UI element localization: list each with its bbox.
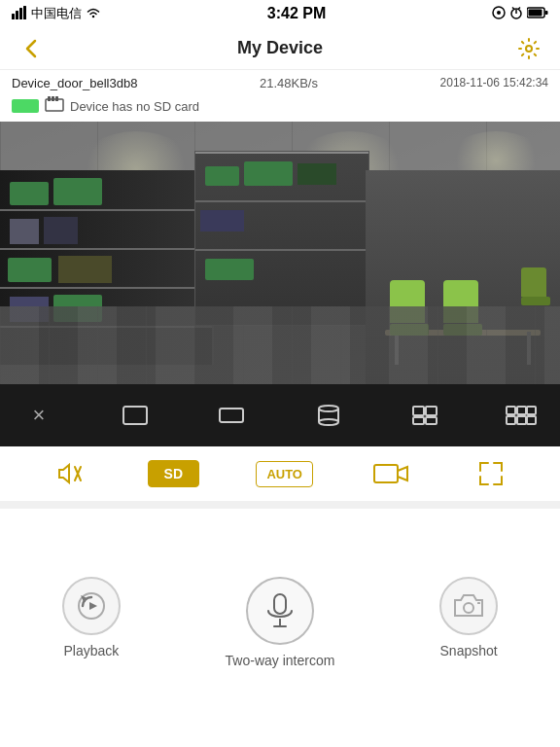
hd-button[interactable] — [369, 456, 412, 491]
product-3 — [10, 219, 39, 244]
shelf-top — [195, 152, 368, 154]
view-cylinder-button[interactable] — [309, 396, 348, 435]
close-icon: × — [33, 403, 46, 428]
svg-rect-15 — [48, 96, 51, 101]
center-product-5 — [205, 259, 254, 280]
svg-rect-17 — [55, 96, 58, 101]
svg-point-20 — [319, 406, 338, 411]
intercom-label: Two-way intercom — [226, 653, 335, 668]
product-4 — [44, 217, 78, 244]
sd-quality-button[interactable]: SD — [148, 460, 199, 487]
bottom-action-bar: Playback Two-way intercom Snapshot — [0, 557, 560, 678]
auto-quality-button[interactable]: AUTO — [256, 461, 313, 487]
close-button[interactable]: × — [19, 396, 58, 435]
svg-rect-1 — [16, 11, 18, 19]
svg-rect-31 — [507, 416, 515, 424]
section-divider — [0, 501, 560, 509]
device-info-row: Device_door_bell3db8 21.48KB/s 2018-11-0… — [0, 70, 560, 94]
playback-label: Playback — [63, 643, 119, 658]
settings-button[interactable] — [513, 33, 544, 64]
center-product-2 — [244, 161, 293, 186]
svg-marker-38 — [89, 602, 97, 610]
center-product-4 — [200, 210, 244, 231]
svg-rect-29 — [517, 407, 526, 414]
settings-status-icon — [492, 6, 506, 22]
svg-rect-33 — [527, 416, 536, 424]
svg-rect-43 — [477, 602, 480, 604]
quality-bar: SD AUTO — [0, 446, 560, 501]
svg-line-9 — [518, 7, 520, 9]
device-speed: 21.48KB/s — [260, 76, 318, 90]
svg-rect-36 — [374, 465, 398, 482]
svg-rect-28 — [507, 407, 515, 414]
camera-view — [0, 122, 560, 384]
signal-icon — [12, 6, 27, 22]
svg-rect-30 — [527, 407, 536, 414]
playback-icon-container — [62, 577, 121, 635]
svg-rect-16 — [52, 96, 54, 101]
status-bar-time: 3:42 PM — [267, 5, 326, 22]
device-timestamp: 2018-11-06 15:42:34 — [440, 76, 548, 89]
svg-rect-11 — [545, 11, 548, 15]
center-product-3 — [298, 163, 336, 185]
view-single-button[interactable] — [116, 396, 155, 435]
device-status-row: Device has no SD card — [0, 94, 560, 122]
status-bar-right — [492, 6, 548, 22]
svg-rect-19 — [220, 409, 243, 422]
snapshot-button[interactable]: Snapshot — [420, 577, 517, 658]
shelf-line-2 — [0, 248, 212, 250]
status-bar-left: 中国电信 — [12, 5, 101, 22]
status-bar: 中国电信 3:42 PM — [0, 0, 560, 27]
snapshot-label: Snapshot — [440, 643, 498, 658]
no-sd-text: Device has no SD card — [70, 99, 199, 114]
svg-point-13 — [526, 46, 532, 52]
intercom-icon-container — [246, 577, 314, 645]
camera-scene — [0, 122, 560, 384]
svg-point-21 — [319, 419, 338, 425]
svg-rect-18 — [123, 407, 147, 424]
view-grid4-button[interactable] — [405, 396, 444, 435]
svg-rect-39 — [274, 594, 286, 614]
svg-point-42 — [464, 603, 473, 613]
product-1 — [10, 182, 49, 205]
product-2 — [53, 178, 102, 205]
alarm-icon — [509, 6, 523, 22]
mute-button[interactable] — [48, 456, 90, 491]
snapshot-icon-container — [439, 577, 498, 635]
svg-rect-26 — [413, 417, 424, 424]
svg-rect-2 — [19, 8, 22, 19]
svg-line-8 — [512, 7, 514, 9]
view-grid6-button[interactable] — [502, 396, 541, 435]
chair-3-seat — [521, 297, 550, 305]
sd-icon — [45, 96, 64, 116]
control-bar: × — [0, 384, 560, 446]
product-5 — [8, 258, 52, 282]
chair-3 — [521, 267, 550, 306]
svg-rect-27 — [426, 417, 437, 424]
battery-icon — [527, 7, 548, 21]
shelf-line-3 — [0, 287, 212, 289]
playback-button[interactable]: Playback — [43, 577, 140, 658]
product-6 — [58, 256, 112, 283]
chair-3-back — [521, 267, 546, 297]
spacer-area — [0, 509, 560, 557]
shelf-mid1 — [195, 200, 368, 202]
shelf-line-1 — [0, 209, 212, 211]
view-wide-button[interactable] — [212, 396, 251, 435]
shelf-mid2 — [195, 249, 368, 251]
device-name: Device_door_bell3db8 — [12, 76, 137, 90]
carrier-label: 中国电信 — [31, 5, 82, 22]
svg-rect-12 — [529, 9, 542, 16]
fullscreen-button[interactable] — [470, 456, 512, 491]
page-title: My Device — [237, 38, 323, 58]
back-button[interactable] — [16, 33, 47, 64]
svg-point-5 — [497, 11, 501, 15]
svg-rect-3 — [23, 6, 26, 19]
svg-rect-0 — [12, 14, 15, 19]
svg-rect-25 — [426, 407, 437, 415]
center-product-1 — [205, 166, 239, 186]
intercom-button[interactable]: Two-way intercom — [226, 577, 335, 668]
shelves-center — [194, 151, 369, 326]
svg-rect-32 — [517, 416, 526, 424]
wifi-icon — [86, 7, 101, 21]
